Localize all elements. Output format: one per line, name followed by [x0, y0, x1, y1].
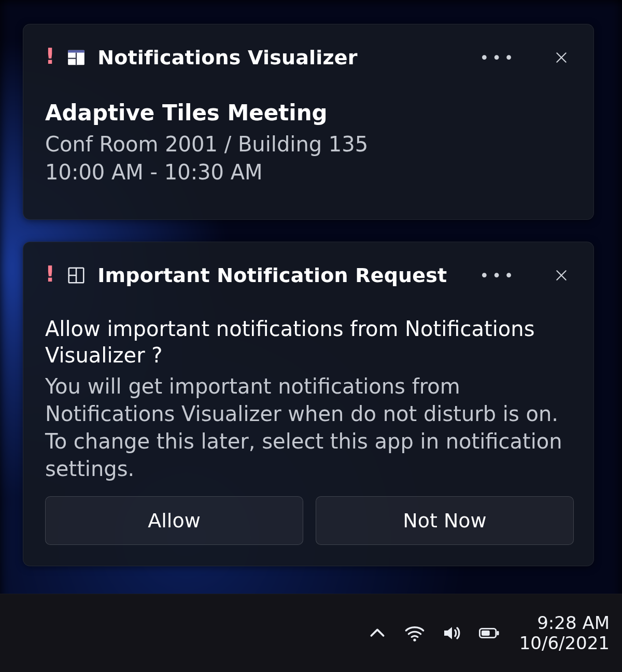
- clock-date: 10/6/2021: [519, 633, 610, 653]
- toast-notification-meeting: ! Notifications Visualizer •••: [23, 24, 594, 220]
- toast-title: Adaptive Tiles Meeting: [45, 100, 570, 126]
- wifi-button[interactable]: [403, 622, 426, 645]
- app-icon: [66, 48, 86, 67]
- svg-point-7: [413, 639, 416, 641]
- tray-overflow-button[interactable]: [366, 622, 389, 645]
- close-icon: [555, 269, 568, 282]
- taskbar: 9:28 AM 10/6/2021: [0, 594, 622, 672]
- toast-app-name: Notifications Visualizer: [97, 46, 358, 69]
- speaker-icon: [442, 623, 462, 643]
- important-icon: !: [45, 263, 55, 285]
- svg-rect-10: [482, 631, 490, 636]
- clock-time: 9:28 AM: [537, 613, 610, 633]
- important-icon: !: [45, 46, 55, 67]
- app-icon: [66, 265, 86, 285]
- toast-app-name: Important Notification Request: [97, 264, 447, 287]
- toast-description: You will get important notifications fro…: [45, 373, 570, 482]
- toast-notification-request: ! Important Notification Request ••• All…: [23, 242, 594, 566]
- svg-rect-1: [68, 50, 84, 53]
- taskbar-clock[interactable]: 9:28 AM 10/6/2021: [515, 613, 610, 653]
- battery-button[interactable]: [478, 622, 501, 645]
- toast-location: Conf Room 2001 / Building 135: [45, 131, 570, 158]
- toast-more-button[interactable]: •••: [486, 45, 511, 70]
- toast-body: Allow important notifications from Notif…: [23, 288, 593, 483]
- chevron-up-icon: [367, 623, 388, 643]
- toast-buttons: Allow Not Now: [45, 496, 574, 545]
- toast-header: ! Notifications Visualizer •••: [23, 24, 593, 70]
- toast-close-button[interactable]: [549, 45, 574, 70]
- allow-button[interactable]: Allow: [45, 496, 303, 545]
- system-tray: 9:28 AM 10/6/2021: [366, 594, 610, 672]
- more-icon: •••: [479, 49, 516, 67]
- toast-close-button[interactable]: [549, 263, 574, 288]
- not-now-button[interactable]: Not Now: [316, 496, 574, 545]
- battery-icon: [479, 623, 500, 643]
- more-icon: •••: [479, 267, 516, 285]
- wifi-icon: [404, 623, 425, 643]
- toast-time: 10:00 AM - 10:30 AM: [45, 159, 570, 186]
- toast-more-button[interactable]: •••: [486, 263, 511, 288]
- toast-body: Adaptive Tiles Meeting Conf Room 2001 / …: [23, 70, 593, 186]
- toast-header: ! Important Notification Request •••: [23, 242, 593, 288]
- volume-button[interactable]: [441, 622, 463, 645]
- close-icon: [555, 51, 568, 64]
- toast-question: Allow important notifications from Notif…: [45, 316, 570, 369]
- svg-rect-9: [497, 631, 499, 636]
